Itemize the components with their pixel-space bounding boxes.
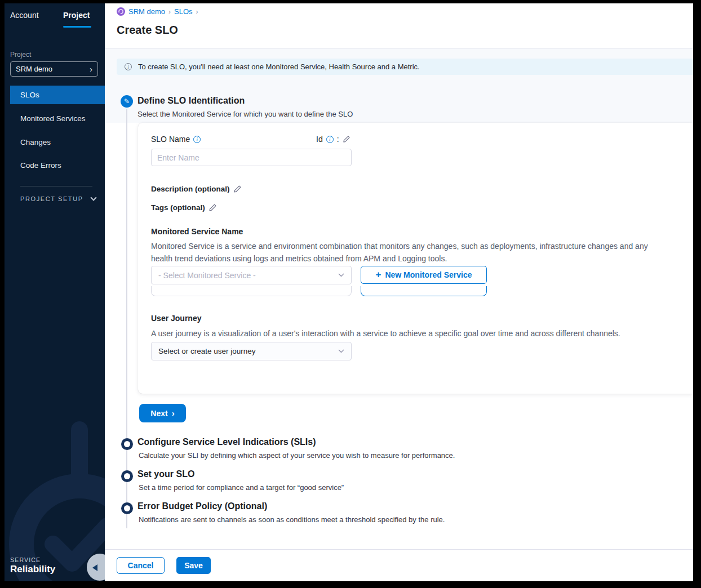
sidebar-item-monitored-services[interactable]: Monitored Services xyxy=(20,114,86,123)
id-colon: : xyxy=(337,135,339,144)
app-frame: Account Project Project SRM demo › SLOs … xyxy=(5,3,693,581)
tab-account[interactable]: Account xyxy=(10,11,39,20)
module-eyebrow: SERVICE xyxy=(10,556,41,563)
slo-name-label: SLO Name i xyxy=(151,135,201,144)
edit-tags-icon[interactable] xyxy=(208,203,217,212)
step1-title: Define SLO Identification xyxy=(137,96,245,106)
breadcrumb-srm-demo[interactable]: SRM demo xyxy=(128,7,165,16)
plus-icon: + xyxy=(376,269,381,280)
module-name: Reliability xyxy=(10,564,55,575)
step2-description: Calculate your SLI by defining which asp… xyxy=(139,451,455,460)
cancel-button[interactable]: Cancel xyxy=(117,557,165,574)
user-journey-select[interactable]: Select or create user journey xyxy=(151,342,352,360)
next-arrow-icon: › xyxy=(172,408,175,418)
step4-indicator xyxy=(121,502,133,514)
next-button-label: Next xyxy=(150,409,167,418)
new-monitored-service-label: New Monitored Service xyxy=(385,270,472,279)
step3-indicator xyxy=(121,470,133,482)
monitored-service-select[interactable]: - Select Monitored Service - xyxy=(151,266,352,284)
slo-name-info-icon[interactable]: i xyxy=(193,136,201,143)
project-setup-toggle[interactable]: PROJECT SETUP xyxy=(20,195,96,202)
step3-title[interactable]: Set your SLO xyxy=(137,469,194,479)
slo-name-label-text: SLO Name xyxy=(151,135,190,144)
sidebar-item-changes[interactable]: Changes xyxy=(20,138,51,146)
edit-id-icon[interactable] xyxy=(343,135,350,143)
sidebar-item-code-errors[interactable]: Code Errors xyxy=(20,161,61,170)
monitored-service-select-ghost xyxy=(151,286,352,296)
main-content: SRM demo › SLOs › Create SLO i To create… xyxy=(105,3,693,581)
monitored-service-name-title: Monitored Service Name xyxy=(151,227,243,236)
breadcrumb-slos[interactable]: SLOs xyxy=(174,7,193,16)
id-label: Id xyxy=(316,135,323,144)
sidebar: Account Project Project SRM demo › SLOs … xyxy=(5,3,105,581)
id-info-icon[interactable]: i xyxy=(326,136,334,143)
edit-description-icon[interactable] xyxy=(233,185,242,193)
project-selector[interactable]: SRM demo › xyxy=(10,61,98,77)
tags-label: Tags (optional) xyxy=(151,203,205,212)
info-banner: i To create SLO, you'll need at least on… xyxy=(117,59,693,75)
step4-description: Notifications are sent to channels as so… xyxy=(139,515,445,524)
step4-title[interactable]: Error Budget Policy (Optional) xyxy=(137,501,267,511)
user-journey-title-text: User Journey xyxy=(151,314,201,323)
user-journey-title: User Journey xyxy=(151,314,201,323)
monitored-service-name-title-text: Monitored Service Name xyxy=(151,227,243,236)
save-button[interactable]: Save xyxy=(176,557,211,574)
step3-description: Set a time period for compliance and a t… xyxy=(139,483,344,492)
chevron-down-icon xyxy=(338,349,344,353)
breadcrumb-separator: › xyxy=(168,8,171,16)
wizard-connector-line xyxy=(126,109,127,528)
monitored-service-select-value: - Select Monitored Service - xyxy=(158,271,256,280)
sidebar-item-slos[interactable]: SLOs xyxy=(10,86,105,104)
project-section-label: Project xyxy=(10,51,31,59)
breadcrumb: SRM demo › SLOs › xyxy=(117,7,198,16)
new-monitored-service-ghost xyxy=(361,286,487,296)
info-banner-text: To create SLO, you'll need at least one … xyxy=(138,63,420,71)
description-field[interactable]: Description (optional) xyxy=(151,185,242,193)
slo-name-input[interactable] xyxy=(151,149,352,166)
next-button[interactable]: Next › xyxy=(139,404,186,422)
page-title: Create SLO xyxy=(117,24,178,37)
collapse-arrow-icon xyxy=(92,564,97,571)
step1-edit-icon: ✎ xyxy=(121,95,133,108)
user-journey-description: A user journey is a visualization of a u… xyxy=(151,328,667,340)
footer-action-bar: Cancel Save xyxy=(105,549,693,581)
chevron-down-icon xyxy=(338,273,344,277)
description-label: Description (optional) xyxy=(151,185,230,193)
info-icon: i xyxy=(125,63,132,70)
sidebar-divider xyxy=(20,186,92,186)
new-monitored-service-button[interactable]: + New Monitored Service xyxy=(361,266,487,284)
monitored-service-description: Monitored Service is a service and envir… xyxy=(151,240,667,265)
chevron-right-icon: › xyxy=(90,65,92,74)
project-selector-value: SRM demo xyxy=(16,65,52,73)
tags-field[interactable]: Tags (optional) xyxy=(151,203,217,212)
step1-subtitle: Select the Monitored Service for which y… xyxy=(137,110,353,118)
id-field-row: Id i : xyxy=(316,135,350,144)
step2-title[interactable]: Configure Service Level Indicatiors (SLI… xyxy=(137,437,316,447)
tab-project[interactable]: Project xyxy=(63,11,90,20)
tab-project-underline xyxy=(63,26,91,28)
slo-identification-card: SLO Name i Id i : Description (optional)… xyxy=(138,123,693,394)
user-journey-select-value: Select or create user journey xyxy=(158,347,256,355)
project-setup-label: PROJECT SETUP xyxy=(20,195,83,202)
chevron-down-icon xyxy=(90,194,96,201)
step2-indicator xyxy=(121,438,133,450)
breadcrumb-separator: › xyxy=(196,8,198,16)
srm-module-icon xyxy=(117,7,125,16)
page-header: SRM demo › SLOs › Create SLO xyxy=(105,3,693,48)
